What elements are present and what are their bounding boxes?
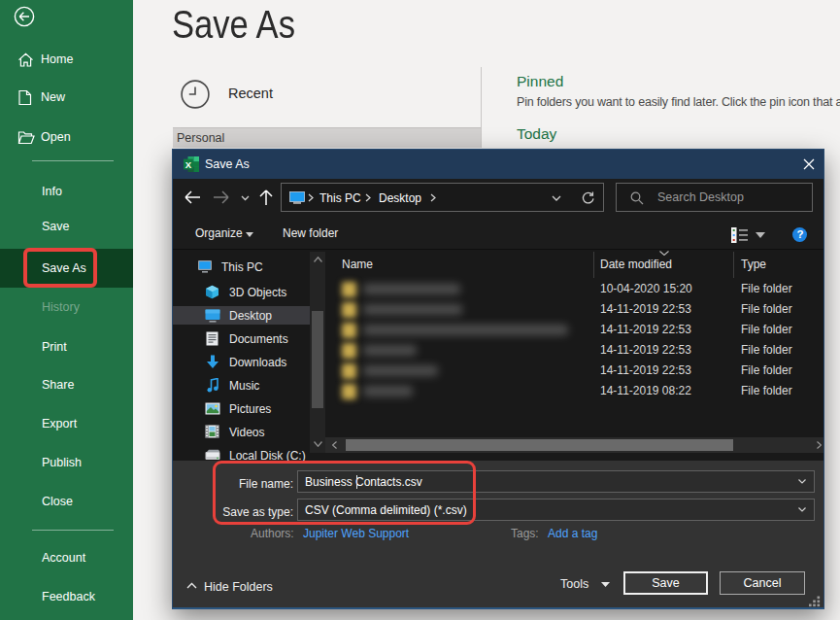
svg-text:X: X	[185, 159, 192, 170]
